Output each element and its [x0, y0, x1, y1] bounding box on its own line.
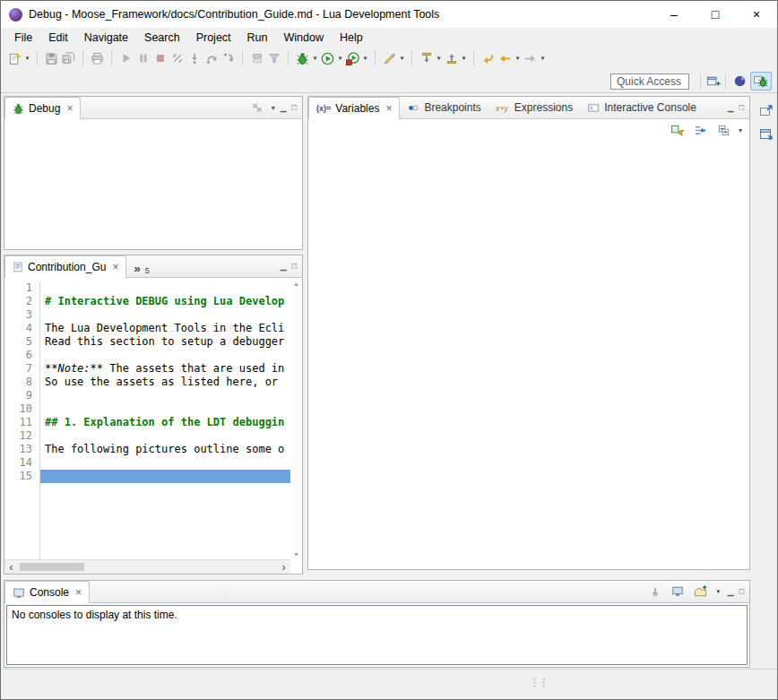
minimize-icon[interactable]: ▁: [728, 103, 734, 112]
debug-button[interactable]: [294, 50, 311, 67]
tab-interactive-console[interactable]: Interactive Console: [580, 97, 704, 118]
menu-help[interactable]: Help: [332, 30, 371, 46]
previous-annotation-button[interactable]: [443, 50, 460, 67]
line-number[interactable]: 11: [4, 416, 39, 429]
save-button[interactable]: [43, 50, 60, 67]
back-dropdown-icon[interactable]: ▾: [514, 55, 522, 62]
next-annotation-dropdown-icon[interactable]: ▾: [435, 55, 443, 62]
code-line-heading[interactable]: ## 1. Explanation of the LDT debuggin: [40, 416, 290, 429]
code-area[interactable]: # Interactive DEBUG using Lua Develop Th…: [40, 281, 290, 559]
open-perspective-button[interactable]: [705, 73, 722, 90]
code-line[interactable]: [40, 281, 290, 295]
last-edit-location-button[interactable]: [480, 50, 497, 67]
step-over-button[interactable]: [203, 50, 220, 67]
scroll-right-icon[interactable]: ›: [277, 561, 290, 574]
external-tools-dropdown-icon[interactable]: ▾: [361, 55, 369, 62]
menu-file[interactable]: File: [6, 30, 40, 46]
code-line[interactable]: So use the assets as listed here, or: [40, 376, 290, 389]
line-number[interactable]: 3: [4, 308, 39, 322]
close-icon[interactable]: ×: [385, 102, 392, 115]
code-line[interactable]: The following pictures outline some o: [40, 443, 290, 456]
menu-navigate[interactable]: Navigate: [76, 30, 136, 46]
next-annotation-button[interactable]: [418, 50, 435, 67]
debug-tree-area[interactable]: [4, 120, 302, 249]
tab-breakpoints[interactable]: Breakpoints: [400, 97, 488, 118]
code-line[interactable]: [40, 349, 290, 362]
window-minimize-button[interactable]: –: [653, 1, 695, 28]
menu-edit[interactable]: Edit: [40, 30, 76, 46]
minimize-icon[interactable]: ▁: [281, 262, 287, 271]
new-dropdown-icon[interactable]: ▾: [23, 55, 31, 62]
editor-body[interactable]: 1 2 3 4 5 6 7 8 9 10 11 12 13 14 15 # In…: [4, 279, 290, 559]
menu-window[interactable]: Window: [276, 30, 332, 46]
code-line[interactable]: [40, 456, 290, 470]
line-number[interactable]: 4: [4, 322, 39, 335]
line-number[interactable]: 15: [4, 470, 39, 483]
show-logical-structure-button[interactable]: [692, 122, 709, 139]
line-number-gutter[interactable]: 1 2 3 4 5 6 7 8 9 10 11 12 13 14 15: [4, 281, 40, 559]
maximize-icon[interactable]: □: [292, 262, 297, 271]
line-number[interactable]: 8: [4, 376, 39, 389]
line-number[interactable]: 6: [4, 349, 39, 362]
run-button[interactable]: [319, 50, 336, 67]
view-menu-icon[interactable]: ▾: [272, 104, 275, 112]
forward-dropdown-icon[interactable]: ▾: [539, 55, 547, 62]
close-icon[interactable]: ×: [112, 261, 118, 273]
line-number[interactable]: 1: [4, 281, 39, 295]
close-icon[interactable]: ×: [66, 102, 73, 115]
maximize-icon[interactable]: □: [292, 103, 297, 112]
line-number[interactable]: 10: [4, 402, 39, 416]
line-number[interactable]: 2: [4, 295, 39, 308]
save-all-button[interactable]: [60, 50, 77, 67]
close-icon[interactable]: ×: [75, 586, 82, 599]
menu-project[interactable]: Project: [188, 30, 239, 46]
debug-dropdown-icon[interactable]: ▾: [311, 55, 319, 62]
sash-handle[interactable]: ⋮⋮: [530, 677, 548, 688]
line-number[interactable]: 13: [4, 443, 39, 456]
mark-occurrences-button[interactable]: [381, 50, 398, 67]
disconnect-button[interactable]: [169, 50, 186, 67]
print-button[interactable]: [89, 50, 106, 67]
external-tools-button[interactable]: [344, 50, 361, 67]
step-filters-button[interactable]: [265, 50, 282, 67]
resume-button[interactable]: [117, 50, 134, 67]
quick-access-input[interactable]: Quick Access: [610, 73, 689, 90]
line-number[interactable]: 9: [4, 389, 39, 402]
previous-annotation-dropdown-icon[interactable]: ▾: [460, 55, 468, 62]
tab-variables[interactable]: (x)= Variables ×: [308, 97, 400, 119]
show-type-names-button[interactable]: [669, 122, 686, 139]
pin-console-button[interactable]: [647, 583, 664, 601]
editor-horizontal-scrollbar[interactable]: ‹ ›: [4, 559, 290, 574]
tab-expressions[interactable]: x+y Expressions: [488, 97, 580, 118]
app-logo-icon[interactable]: [9, 8, 22, 22]
open-console-dropdown-icon[interactable]: ▾: [714, 588, 722, 595]
menu-search[interactable]: Search: [136, 30, 188, 46]
drop-to-frame-button[interactable]: [248, 50, 265, 67]
restore-view-button-bottom[interactable]: [758, 126, 774, 143]
mark-occurrences-dropdown-icon[interactable]: ▾: [398, 55, 406, 62]
code-line[interactable]: [40, 402, 290, 416]
minimize-icon[interactable]: ▁: [281, 103, 287, 112]
back-button[interactable]: [497, 50, 514, 67]
restore-view-button-top[interactable]: [758, 103, 774, 119]
step-return-button[interactable]: [220, 50, 237, 67]
collapse-all-button[interactable]: [715, 122, 732, 139]
new-wizard-button[interactable]: [6, 50, 23, 67]
terminate-button[interactable]: [151, 50, 169, 67]
view-menu-icon[interactable]: ▾: [739, 126, 742, 134]
editor-vertical-scrollbar[interactable]: ▲ ▼: [290, 279, 302, 559]
variables-tree-area[interactable]: [308, 143, 749, 569]
scroll-up-icon[interactable]: ▲: [293, 281, 299, 287]
tab-contribution-guide[interactable]: Contribution_Gu ×: [4, 255, 126, 278]
scroll-down-icon[interactable]: ▼: [293, 551, 299, 557]
debug-perspective-button[interactable]: [750, 72, 772, 91]
scroll-left-icon[interactable]: ‹: [4, 561, 18, 574]
code-line-heading[interactable]: # Interactive DEBUG using Lua Develop: [40, 295, 290, 308]
step-into-button[interactable]: [186, 50, 203, 67]
code-line-selected[interactable]: [40, 470, 290, 483]
code-line[interactable]: The Lua Development Tools in the Ecli: [40, 322, 290, 335]
suspend-button[interactable]: [134, 50, 151, 67]
menu-run[interactable]: Run: [239, 30, 276, 46]
scrollbar-thumb[interactable]: [20, 563, 84, 571]
open-console-button[interactable]: [692, 583, 709, 601]
